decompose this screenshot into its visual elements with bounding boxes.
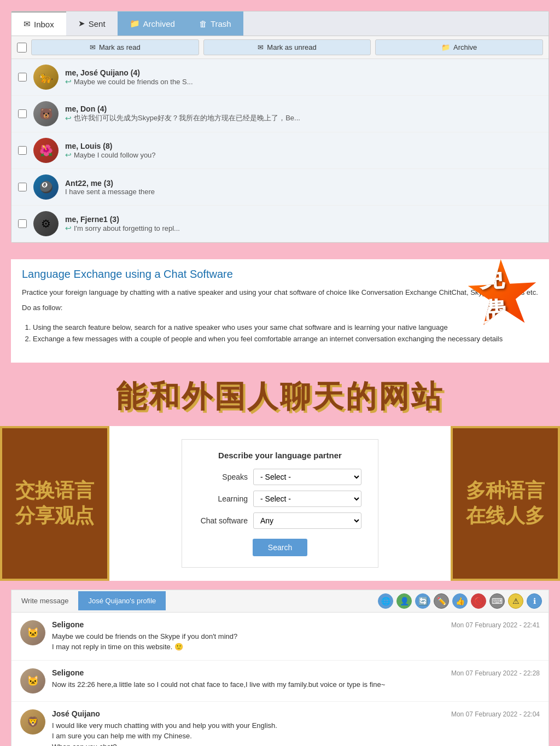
chat-sender: Seligone bbox=[52, 668, 84, 677]
side-promo-section: 交换语言 分享观点 Describe your language partner… bbox=[0, 426, 560, 581]
step-2: Exchange a few messages with a couple of… bbox=[33, 334, 538, 345]
user-icon[interactable]: 👤 bbox=[396, 593, 412, 609]
keyboard-icon[interactable]: ⌨ bbox=[489, 593, 505, 609]
message-preview: ↩ 也许我们可以先成为Skype好友？我所在的地方现在已经是晚上了，Be... bbox=[65, 113, 542, 123]
learning-label: Learning bbox=[199, 494, 248, 503]
search-form-wrapper: Describe your language partner Speaks - … bbox=[109, 426, 451, 581]
archive-button[interactable]: 📁 Archive bbox=[375, 39, 543, 55]
chat-header: José Quijano Mon 07 February 2022 - 22:0… bbox=[52, 709, 540, 718]
message-sender: me, José Quijano (4) bbox=[65, 68, 542, 77]
avatar: 🎱 bbox=[33, 174, 59, 200]
chat-sender: José Quijano bbox=[52, 709, 100, 718]
message-checkbox[interactable] bbox=[18, 109, 27, 118]
table-row[interactable]: 🎱 Ant22, me (3) I have sent a message th… bbox=[11, 169, 549, 206]
globe-icon[interactable]: 🌐 bbox=[378, 593, 393, 609]
chat-software-label: Chat software bbox=[199, 516, 248, 525]
trash-icon: 🗑 bbox=[199, 19, 207, 28]
chat-body: Maybe we could be friends on the Skype i… bbox=[52, 631, 540, 652]
message-info: me, Don (4) ↩ 也许我们可以先成为Skype好友？我所在的地方现在已… bbox=[65, 104, 542, 123]
profile-tab[interactable]: José Quijano's profile bbox=[78, 591, 166, 610]
avatar: 🐻 bbox=[33, 101, 59, 126]
speaks-select[interactable]: - Select - bbox=[253, 469, 361, 485]
lang-exchange-title: Language Exchange using a Chat Software bbox=[22, 268, 538, 281]
block-icon[interactable]: 🚫 bbox=[471, 593, 486, 609]
table-row[interactable]: ⚙ me, Fjerne1 (3) ↩ I'm sorry about forg… bbox=[11, 206, 549, 242]
form-title: Describe your language partner bbox=[199, 451, 361, 460]
archive-icon: 📁 bbox=[130, 19, 140, 28]
info-icon[interactable]: ℹ bbox=[527, 593, 542, 609]
chat-timestamp: Mon 07 February 2022 - 22:28 bbox=[451, 669, 540, 677]
steps-list: Using the search feature below, search f… bbox=[22, 322, 538, 345]
mark-read-button[interactable]: ✉ Mark as read bbox=[31, 39, 199, 55]
chat-message-list: 🐱 Seligone Mon 07 February 2022 - 22:41 … bbox=[11, 613, 549, 746]
avatar: ⚙ bbox=[33, 211, 59, 236]
reply-icon: ↩ bbox=[65, 224, 72, 232]
chat-software-row: Chat software Any bbox=[199, 512, 361, 529]
table-row[interactable]: 🌺 me, Louis (8) ↩ Maybe I could follow y… bbox=[11, 132, 549, 169]
message-sender: me, Louis (8) bbox=[65, 142, 542, 150]
message-checkbox[interactable] bbox=[18, 146, 27, 155]
message-sender: Ant22, me (3) bbox=[65, 179, 542, 188]
archive-action-icon: 📁 bbox=[441, 43, 450, 51]
speaks-row: Speaks - Select - bbox=[199, 469, 361, 485]
message-checkbox[interactable] bbox=[18, 219, 27, 228]
language-exchange-section: Language Exchange using a Chat Software … bbox=[11, 259, 549, 363]
message-sender: me, Don (4) bbox=[65, 104, 542, 113]
message-preview: ↩ I'm sorry about forgetting to repl... bbox=[65, 224, 542, 232]
chat-timestamp: Mon 07 February 2022 - 22:41 bbox=[451, 621, 540, 629]
avatar: 🐆 bbox=[33, 65, 59, 90]
tab-archived[interactable]: 📁 Archived bbox=[118, 11, 187, 36]
message-info: me, José Quijano (4) ↩ Maybe we could be… bbox=[65, 68, 542, 86]
message-info: me, Fjerne1 (3) ↩ I'm sorry about forget… bbox=[65, 215, 542, 232]
message-preview: ↩ Maybe we could be friends on the S... bbox=[65, 77, 542, 86]
left-promo: 交换语言 分享观点 bbox=[0, 426, 109, 581]
avatar: 🌺 bbox=[33, 138, 59, 163]
reply-icon: ↩ bbox=[65, 150, 72, 159]
edit-icon[interactable]: ✏️ bbox=[434, 593, 449, 609]
like-icon[interactable]: 👍 bbox=[452, 593, 468, 609]
mark-read-icon: ✉ bbox=[90, 43, 96, 51]
chat-software-select[interactable]: Any bbox=[253, 512, 361, 529]
tab-trash[interactable]: 🗑 Trash bbox=[187, 11, 243, 36]
message-checkbox[interactable] bbox=[18, 183, 27, 191]
inbox-icon: ✉ bbox=[24, 19, 31, 29]
chat-message: 🐱 Seligone Mon 07 February 2022 - 22:28 … bbox=[11, 661, 549, 702]
inbox-tabs: ✉ Inbox ➤ Sent 📁 Archived 🗑 Trash bbox=[11, 11, 549, 36]
inbox-message-list: 🐆 me, José Quijano (4) ↩ Maybe we could … bbox=[11, 59, 549, 242]
write-message-tab[interactable]: Write message bbox=[11, 591, 78, 610]
inbox-section: ✉ Inbox ➤ Sent 📁 Archived 🗑 Trash ✉ Mark… bbox=[11, 11, 549, 243]
table-row[interactable]: 🐆 me, José Quijano (4) ↩ Maybe we could … bbox=[11, 59, 549, 96]
avatar: 🐱 bbox=[20, 620, 45, 645]
learning-select[interactable]: - Select - bbox=[253, 491, 361, 507]
sent-icon: ➤ bbox=[78, 19, 85, 28]
chat-timestamp: Mon 07 February 2022 - 22:04 bbox=[451, 710, 540, 718]
step-1: Using the search feature below, search f… bbox=[33, 322, 538, 334]
chat-tabs: Write message José Quijano's profile 🌐 👤… bbox=[11, 590, 549, 613]
reply-icon: ↩ bbox=[65, 77, 72, 86]
lang-desc: Practice your foreign language by chatti… bbox=[22, 287, 538, 298]
mark-unread-icon: ✉ bbox=[258, 43, 264, 51]
chat-content: Seligone Mon 07 February 2022 - 22:41 Ma… bbox=[52, 620, 540, 652]
reply-icon: ↩ bbox=[65, 114, 72, 123]
refresh-icon[interactable]: 🔄 bbox=[415, 593, 430, 609]
search-form-bg: Describe your language partner Speaks - … bbox=[109, 426, 451, 581]
chat-sender: Seligone bbox=[52, 620, 84, 629]
mark-unread-button[interactable]: ✉ Mark as unread bbox=[203, 39, 371, 55]
table-row[interactable]: 🐻 me, Don (4) ↩ 也许我们可以先成为Skype好友？我所在的地方现… bbox=[11, 96, 549, 132]
chat-tab-group: Write message José Quijano's profile bbox=[11, 591, 166, 610]
select-all-checkbox[interactable] bbox=[17, 43, 27, 53]
chat-header: Seligone Mon 07 February 2022 - 22:41 bbox=[52, 620, 540, 629]
message-info: me, Louis (8) ↩ Maybe I could follow you… bbox=[65, 142, 542, 159]
chat-body: I would like very much chatting with you… bbox=[52, 720, 540, 746]
do-as-label: Do as follow: bbox=[22, 302, 538, 314]
learning-row: Learning - Select - bbox=[199, 491, 361, 507]
chat-content: José Quijano Mon 07 February 2022 - 22:0… bbox=[52, 709, 540, 746]
message-preview: ↩ Maybe I could follow you? bbox=[65, 150, 542, 159]
tab-sent[interactable]: ➤ Sent bbox=[66, 11, 118, 36]
search-button[interactable]: Search bbox=[253, 539, 307, 556]
speaks-label: Speaks bbox=[199, 473, 248, 481]
chat-message: 🦁 José Quijano Mon 07 February 2022 - 22… bbox=[11, 702, 549, 746]
message-checkbox[interactable] bbox=[18, 73, 27, 81]
alert-icon[interactable]: ⚠ bbox=[508, 593, 523, 609]
tab-inbox[interactable]: ✉ Inbox bbox=[11, 11, 66, 36]
